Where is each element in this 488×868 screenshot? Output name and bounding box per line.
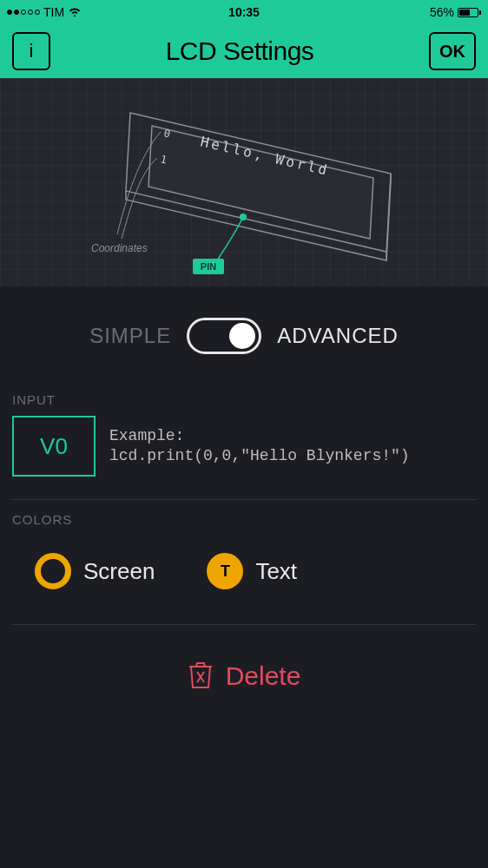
input-section-label: INPUT [0, 380, 488, 416]
screen-color-ring-icon [35, 553, 71, 589]
status-right: 56% [430, 5, 481, 19]
pin-value: V0 [40, 433, 68, 460]
pin-selector[interactable]: V0 [12, 416, 96, 477]
simple-label[interactable]: SIMPLE [89, 324, 171, 348]
text-color-picker[interactable]: T Text [207, 553, 297, 589]
advanced-label[interactable]: ADVANCED [277, 324, 399, 348]
example-line1: Example: [109, 426, 410, 446]
pin-badge-label: PIN [201, 261, 216, 272]
text-color-fill-icon: T [207, 553, 243, 589]
page-title: LCD Settings [166, 36, 314, 66]
info-icon: i [30, 40, 34, 62]
colors-row: Screen T Text [0, 536, 488, 624]
toggle-knob [229, 323, 255, 349]
header: i LCD Settings OK [0, 24, 488, 78]
status-time: 10:35 [228, 5, 260, 19]
status-bar: TIM 10:35 56% [0, 0, 488, 24]
mode-toggle[interactable] [187, 318, 261, 354]
example-line2: lcd.print(0,0,"Hello Blynkers!") [109, 446, 410, 466]
text-color-letter: T [221, 562, 230, 581]
coordinates-label: Coordinates [91, 242, 148, 254]
text-color-label: Text [255, 558, 297, 585]
screen-color-label: Screen [83, 558, 155, 585]
lcd-diagram: 0 1 Hello, World Coordinates PIN [0, 78, 488, 286]
wifi-icon [68, 5, 82, 19]
battery-pct-label: 56% [430, 5, 454, 19]
info-button[interactable]: i [12, 32, 50, 70]
input-row: V0 Example: lcd.print(0,0,"Hello Blynker… [0, 416, 488, 499]
screen-color-picker[interactable]: Screen [35, 553, 155, 589]
battery-icon [458, 8, 481, 17]
lcd-illustration: 0 1 Hello, World Coordinates PIN [0, 78, 488, 286]
ok-label: OK [439, 42, 465, 62]
signal-strength-icon [7, 10, 40, 15]
trash-icon [188, 660, 214, 693]
ok-button[interactable]: OK [429, 32, 476, 70]
status-left: TIM [7, 5, 82, 19]
example-text: Example: lcd.print(0,0,"Hello Blynkers!"… [109, 426, 410, 467]
colors-section-label: COLORS [0, 500, 488, 536]
svg-point-3 [240, 214, 247, 220]
delete-button[interactable]: Delete [0, 625, 488, 727]
mode-toggle-row: SIMPLE ADVANCED [0, 286, 488, 380]
carrier-label: TIM [43, 5, 64, 19]
delete-label: Delete [226, 661, 301, 691]
